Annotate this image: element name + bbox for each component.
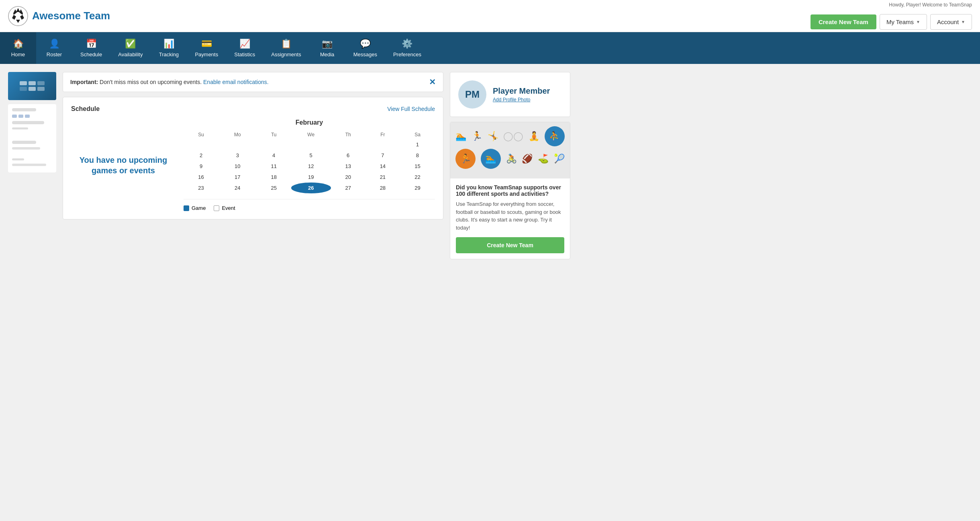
- sidebar-blur-bar-4: [12, 141, 36, 144]
- add-photo-link[interactable]: Add Profile Photo: [493, 97, 530, 103]
- sidebar-blur-bar-2: [12, 121, 44, 124]
- calendar-day[interactable]: 8: [400, 150, 435, 161]
- nav-item-messages[interactable]: 💬 Messages: [345, 32, 385, 64]
- calendar-day[interactable]: 27: [331, 183, 365, 193]
- day-header-we: We: [291, 130, 331, 139]
- event-legend-label: Event: [222, 205, 235, 211]
- create-new-team-promo-button[interactable]: Create New Team: [456, 237, 564, 253]
- account-button[interactable]: Account ▼: [930, 14, 972, 30]
- availability-icon: ✅: [125, 39, 136, 49]
- sidebar-blur-bar-7: [12, 164, 46, 166]
- calendar-legend: Game Event: [184, 199, 435, 211]
- calendar-day[interactable]: 29: [400, 183, 435, 193]
- calendar-day: [257, 139, 291, 150]
- sport-icon-circles: ◯◯: [503, 131, 523, 142]
- sport-icon-blue-2: 🏊: [481, 149, 501, 169]
- calendar-day[interactable]: 24: [218, 183, 257, 193]
- my-teams-dropdown-arrow: ▼: [916, 20, 920, 24]
- sport-icon-swim: 🏊: [455, 131, 466, 142]
- sport-icon-cycle: 🚴: [506, 154, 517, 164]
- header-buttons: Create New Team My Teams ▼ Account ▼: [811, 14, 972, 30]
- sidebar: [8, 72, 56, 259]
- calendar-day[interactable]: 22: [400, 172, 435, 183]
- nav-item-availability[interactable]: ✅ Availability: [110, 32, 151, 64]
- calendar-day[interactable]: 15: [400, 161, 435, 172]
- schedule-card: Schedule View Full Schedule You have no …: [63, 97, 443, 219]
- calendar-day[interactable]: 25: [257, 183, 291, 193]
- event-legend-item: Event: [214, 205, 235, 211]
- main-content: Important: Don't miss miss out on upcomi…: [0, 64, 578, 267]
- calendar-day[interactable]: 5: [291, 150, 331, 161]
- schedule-section: Important: Don't miss miss out on upcomi…: [63, 72, 443, 259]
- sport-icon-golf: ⛳: [538, 154, 549, 164]
- my-teams-button[interactable]: My Teams ▼: [880, 14, 927, 30]
- avatar: PM: [458, 80, 486, 109]
- calendar-day[interactable]: 16: [184, 172, 218, 183]
- sport-icon-tennis: 🎾: [554, 154, 565, 164]
- sport-icon-run: 🏃: [472, 131, 482, 142]
- game-legend-label: Game: [192, 205, 206, 211]
- nav-item-roster[interactable]: 👤 Roster: [36, 32, 72, 64]
- calendar-day[interactable]: 20: [331, 172, 365, 183]
- header-logo: Awesome Team: [8, 6, 811, 26]
- calendar-day[interactable]: 21: [365, 172, 400, 183]
- calendar-day[interactable]: 9: [184, 161, 218, 172]
- calendar-container: You have no upcoming games or events Feb…: [71, 119, 435, 211]
- nav-item-media[interactable]: 📷 Media: [309, 32, 345, 64]
- account-label: Account: [937, 18, 959, 25]
- calendar-day[interactable]: 17: [218, 172, 257, 183]
- calendar-day[interactable]: 23: [184, 183, 218, 193]
- nav-item-assignments[interactable]: 📋 Assignments: [263, 32, 309, 64]
- nav-item-home[interactable]: 🏠 Home: [0, 32, 36, 64]
- calendar-day[interactable]: 1: [400, 139, 435, 150]
- nav-item-statistics[interactable]: 📈 Statistics: [226, 32, 263, 64]
- calendar-day[interactable]: 7: [365, 150, 400, 161]
- calendar-day[interactable]: 6: [331, 150, 365, 161]
- calendar-day[interactable]: 14: [365, 161, 400, 172]
- calendar-day[interactable]: 18: [257, 172, 291, 183]
- nav-label-availability: Availability: [118, 51, 143, 57]
- calendar-day[interactable]: 11: [257, 161, 291, 172]
- nav-item-tracking[interactable]: 📊 Tracking: [151, 32, 187, 64]
- schedule-header: Schedule View Full Schedule: [71, 105, 435, 113]
- nav-label-messages: Messages: [353, 51, 377, 57]
- nav-item-payments[interactable]: 💳 Payments: [187, 32, 226, 64]
- sports-promo-card: 🏊 🏃 🤸 ◯◯ 🧘 ⛹ 🏃 🏊 🚴 🏈 ⛳ 🎾 Did you know Te…: [450, 122, 570, 259]
- roster-icon: 👤: [49, 39, 60, 49]
- calendar-day[interactable]: 26: [291, 183, 331, 193]
- calendar-day[interactable]: 10: [218, 161, 257, 172]
- nav-label-assignments: Assignments: [271, 51, 301, 57]
- sports-promo-title: Did you know TeamSnap supports over 100 …: [456, 184, 564, 197]
- day-header-tu: Tu: [257, 130, 291, 139]
- calendar-day: [291, 139, 331, 150]
- soccer-ball-icon: [8, 6, 28, 26]
- sports-text-content: Did you know TeamSnap supports over 100 …: [450, 178, 570, 259]
- assignments-icon: 📋: [281, 39, 292, 49]
- nav-item-preferences[interactable]: ⚙️ Preferences: [385, 32, 429, 64]
- view-full-schedule-link[interactable]: View Full Schedule: [387, 106, 435, 112]
- calendar-day[interactable]: 19: [291, 172, 331, 183]
- profile-card: PM Player Member Add Profile Photo: [450, 72, 570, 117]
- create-new-team-button[interactable]: Create New Team: [811, 14, 876, 29]
- sidebar-banner: [8, 72, 56, 100]
- alert-text: Important: Don't miss miss out on upcomi…: [70, 79, 269, 85]
- tracking-icon: 📊: [163, 39, 174, 49]
- nav-item-schedule[interactable]: 📅 Schedule: [72, 32, 110, 64]
- calendar-day[interactable]: 4: [257, 150, 291, 161]
- payments-icon: 💳: [201, 39, 212, 49]
- statistics-icon: 📈: [239, 39, 250, 49]
- game-color-swatch: [184, 205, 189, 211]
- calendar-day[interactable]: 13: [331, 161, 365, 172]
- sidebar-blur-bar-5: [12, 147, 40, 150]
- nav-label-home: Home: [11, 51, 25, 57]
- calendar-day[interactable]: 3: [218, 150, 257, 161]
- alert-link[interactable]: Enable email notifications.: [203, 79, 269, 85]
- preferences-icon: ⚙️: [402, 39, 412, 49]
- calendar-day[interactable]: 28: [365, 183, 400, 193]
- calendar-day[interactable]: 2: [184, 150, 218, 161]
- calendar-day[interactable]: 12: [291, 161, 331, 172]
- day-header-th: Th: [331, 130, 365, 139]
- team-name: Awesome Team: [32, 10, 110, 22]
- no-events-text: You have no upcoming games or events: [71, 155, 176, 176]
- alert-close-button[interactable]: ✕: [429, 78, 436, 86]
